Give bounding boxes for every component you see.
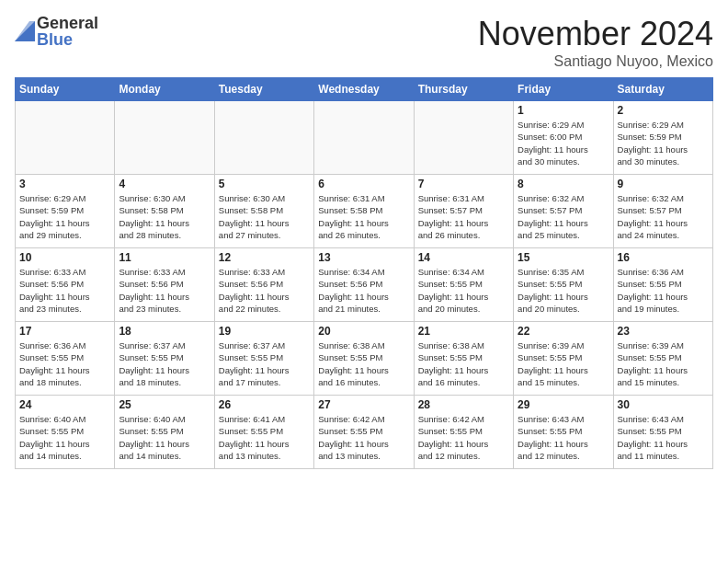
- day-info: Sunrise: 6:30 AMSunset: 5:58 PMDaylight:…: [119, 192, 210, 241]
- day-info: Sunrise: 6:39 AMSunset: 5:55 PMDaylight:…: [618, 339, 709, 388]
- calendar-cell: 14Sunrise: 6:34 AMSunset: 5:55 PMDayligh…: [414, 248, 513, 322]
- title-block: November 2024 Santiago Nuyoo, Mexico: [478, 15, 713, 70]
- weekday-header-friday: Friday: [514, 78, 613, 101]
- calendar-cell: 7Sunrise: 6:31 AMSunset: 5:57 PMDaylight…: [414, 175, 513, 248]
- calendar-cell: [16, 101, 115, 175]
- day-info: Sunrise: 6:37 AMSunset: 5:55 PMDaylight:…: [119, 339, 210, 388]
- day-info: Sunrise: 6:40 AMSunset: 5:55 PMDaylight:…: [19, 413, 110, 462]
- calendar-cell: 9Sunrise: 6:32 AMSunset: 5:57 PMDaylight…: [613, 175, 712, 248]
- logo: General Blue: [15, 15, 98, 48]
- day-info: Sunrise: 6:29 AMSunset: 6:00 PMDaylight:…: [518, 119, 609, 167]
- month-title: November 2024: [478, 15, 713, 53]
- weekday-header-tuesday: Tuesday: [214, 78, 313, 101]
- week-row-4: 17Sunrise: 6:36 AMSunset: 5:55 PMDayligh…: [16, 322, 713, 396]
- day-info: Sunrise: 6:33 AMSunset: 5:56 PMDaylight:…: [219, 266, 310, 315]
- day-info: Sunrise: 6:37 AMSunset: 5:55 PMDaylight:…: [219, 339, 310, 388]
- calendar-cell: 27Sunrise: 6:42 AMSunset: 5:55 PMDayligh…: [314, 396, 414, 469]
- day-info: Sunrise: 6:31 AMSunset: 5:58 PMDaylight:…: [318, 192, 409, 241]
- calendar-cell: 28Sunrise: 6:42 AMSunset: 5:55 PMDayligh…: [414, 396, 513, 469]
- calendar-cell: 13Sunrise: 6:34 AMSunset: 5:56 PMDayligh…: [314, 248, 414, 322]
- day-info: Sunrise: 6:32 AMSunset: 5:57 PMDaylight:…: [618, 192, 709, 241]
- calendar-cell: 21Sunrise: 6:38 AMSunset: 5:55 PMDayligh…: [414, 322, 513, 396]
- day-info: Sunrise: 6:29 AMSunset: 5:59 PMDaylight:…: [618, 119, 709, 167]
- calendar-cell: 3Sunrise: 6:29 AMSunset: 5:59 PMDaylight…: [16, 175, 115, 248]
- week-row-1: 1Sunrise: 6:29 AMSunset: 6:00 PMDaylight…: [16, 101, 713, 175]
- logo-general: General: [37, 15, 98, 31]
- day-info: Sunrise: 6:39 AMSunset: 5:55 PMDaylight:…: [518, 339, 609, 388]
- day-number: 28: [418, 398, 509, 411]
- page: General Blue November 2024 Santiago Nuyo…: [0, 0, 728, 478]
- day-number: 30: [618, 398, 709, 411]
- header: General Blue November 2024 Santiago Nuyo…: [15, 15, 713, 70]
- svg-marker-1: [15, 21, 35, 41]
- day-number: 3: [19, 178, 110, 190]
- day-number: 2: [618, 104, 709, 117]
- day-info: Sunrise: 6:32 AMSunset: 5:57 PMDaylight:…: [518, 192, 609, 241]
- day-number: 11: [119, 251, 210, 264]
- day-info: Sunrise: 6:29 AMSunset: 5:59 PMDaylight:…: [19, 192, 110, 241]
- calendar-cell: 29Sunrise: 6:43 AMSunset: 5:55 PMDayligh…: [514, 396, 613, 469]
- day-info: Sunrise: 6:43 AMSunset: 5:55 PMDaylight:…: [518, 413, 609, 462]
- calendar-cell: 8Sunrise: 6:32 AMSunset: 5:57 PMDaylight…: [514, 175, 613, 248]
- day-number: 9: [618, 178, 709, 190]
- day-number: 25: [119, 398, 210, 411]
- weekday-header-sunday: Sunday: [16, 78, 115, 101]
- day-info: Sunrise: 6:42 AMSunset: 5:55 PMDaylight:…: [318, 413, 409, 462]
- day-number: 21: [418, 325, 509, 338]
- calendar-cell: 24Sunrise: 6:40 AMSunset: 5:55 PMDayligh…: [16, 396, 115, 469]
- calendar-cell: 25Sunrise: 6:40 AMSunset: 5:55 PMDayligh…: [115, 396, 214, 469]
- day-number: 26: [219, 398, 310, 411]
- day-number: 13: [318, 251, 409, 264]
- day-number: 29: [518, 398, 609, 411]
- day-number: 19: [219, 325, 310, 338]
- day-number: 6: [318, 178, 409, 190]
- day-number: 17: [19, 325, 110, 338]
- week-row-3: 10Sunrise: 6:33 AMSunset: 5:56 PMDayligh…: [16, 248, 713, 322]
- day-number: 14: [418, 251, 509, 264]
- day-info: Sunrise: 6:33 AMSunset: 5:56 PMDaylight:…: [19, 266, 110, 315]
- day-info: Sunrise: 6:35 AMSunset: 5:55 PMDaylight:…: [518, 266, 609, 315]
- day-number: 10: [19, 251, 110, 264]
- day-number: 4: [119, 178, 210, 190]
- day-number: 18: [119, 325, 210, 338]
- logo-text: General Blue: [37, 15, 98, 48]
- day-number: 5: [219, 178, 310, 190]
- weekday-header-saturday: Saturday: [613, 78, 712, 101]
- calendar-cell: 26Sunrise: 6:41 AMSunset: 5:55 PMDayligh…: [214, 396, 313, 469]
- calendar-cell: 1Sunrise: 6:29 AMSunset: 6:00 PMDaylight…: [514, 101, 613, 175]
- day-info: Sunrise: 6:34 AMSunset: 5:56 PMDaylight:…: [318, 266, 409, 315]
- calendar-cell: [314, 101, 414, 175]
- logo-icon: [15, 21, 35, 41]
- day-number: 15: [518, 251, 609, 264]
- calendar-cell: 12Sunrise: 6:33 AMSunset: 5:56 PMDayligh…: [214, 248, 313, 322]
- day-info: Sunrise: 6:38 AMSunset: 5:55 PMDaylight:…: [318, 339, 409, 388]
- calendar-cell: 10Sunrise: 6:33 AMSunset: 5:56 PMDayligh…: [16, 248, 115, 322]
- day-number: 24: [19, 398, 110, 411]
- week-row-5: 24Sunrise: 6:40 AMSunset: 5:55 PMDayligh…: [16, 396, 713, 469]
- day-number: 20: [318, 325, 409, 338]
- calendar-cell: 17Sunrise: 6:36 AMSunset: 5:55 PMDayligh…: [16, 322, 115, 396]
- calendar: SundayMondayTuesdayWednesdayThursdayFrid…: [15, 77, 713, 469]
- calendar-cell: 5Sunrise: 6:30 AMSunset: 5:58 PMDaylight…: [214, 175, 313, 248]
- calendar-cell: 30Sunrise: 6:43 AMSunset: 5:55 PMDayligh…: [613, 396, 712, 469]
- calendar-cell: [115, 101, 214, 175]
- day-info: Sunrise: 6:31 AMSunset: 5:57 PMDaylight:…: [418, 192, 509, 241]
- day-info: Sunrise: 6:36 AMSunset: 5:55 PMDaylight:…: [618, 266, 709, 315]
- calendar-cell: 2Sunrise: 6:29 AMSunset: 5:59 PMDaylight…: [613, 101, 712, 175]
- logo-blue: Blue: [37, 31, 98, 48]
- day-number: 8: [518, 178, 609, 190]
- day-number: 23: [618, 325, 709, 338]
- calendar-cell: 22Sunrise: 6:39 AMSunset: 5:55 PMDayligh…: [514, 322, 613, 396]
- day-info: Sunrise: 6:33 AMSunset: 5:56 PMDaylight:…: [119, 266, 210, 315]
- calendar-cell: 15Sunrise: 6:35 AMSunset: 5:55 PMDayligh…: [514, 248, 613, 322]
- weekday-header-row: SundayMondayTuesdayWednesdayThursdayFrid…: [16, 78, 713, 101]
- calendar-cell: [414, 101, 513, 175]
- day-number: 27: [318, 398, 409, 411]
- calendar-cell: 4Sunrise: 6:30 AMSunset: 5:58 PMDaylight…: [115, 175, 214, 248]
- weekday-header-monday: Monday: [115, 78, 214, 101]
- day-info: Sunrise: 6:40 AMSunset: 5:55 PMDaylight:…: [119, 413, 210, 462]
- week-row-2: 3Sunrise: 6:29 AMSunset: 5:59 PMDaylight…: [16, 175, 713, 248]
- calendar-cell: 23Sunrise: 6:39 AMSunset: 5:55 PMDayligh…: [613, 322, 712, 396]
- day-info: Sunrise: 6:41 AMSunset: 5:55 PMDaylight:…: [219, 413, 310, 462]
- calendar-cell: 16Sunrise: 6:36 AMSunset: 5:55 PMDayligh…: [613, 248, 712, 322]
